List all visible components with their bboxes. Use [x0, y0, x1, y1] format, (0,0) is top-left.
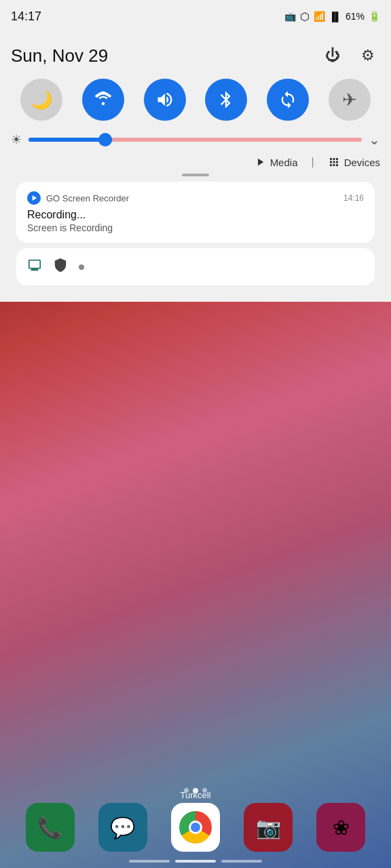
- brightness-slider[interactable]: [29, 138, 362, 142]
- dock-app-phone[interactable]: 📞: [26, 803, 75, 852]
- devices-button[interactable]: Devices: [328, 156, 380, 168]
- toggle-sync[interactable]: [267, 79, 309, 121]
- brightness-row: ☀ ⌄: [11, 132, 380, 148]
- notification-body: Screen is Recording: [27, 222, 364, 233]
- home-indicators: [0, 860, 391, 863]
- status-bar: 14:17 📺 ⬡ 📶 ▐▌ 61% 🔋: [0, 0, 391, 33]
- signal-icon: ▐▌: [329, 12, 341, 22]
- media-divider: |: [311, 156, 314, 168]
- carrier-label: Turkcell: [0, 790, 391, 800]
- toggle-do-not-disturb[interactable]: 🌙: [20, 79, 62, 121]
- toggle-wifi[interactable]: [82, 79, 124, 121]
- home-bar-center: [175, 860, 216, 863]
- shade-handle: [182, 174, 209, 176]
- date-controls: ⏻ ⚙: [320, 43, 380, 68]
- monitor-icon: [27, 258, 42, 276]
- brightness-icon: ☀: [11, 132, 22, 147]
- dock-app-chrome[interactable]: [171, 803, 220, 852]
- app-dock: 📞 💬 📷 ❀: [0, 803, 391, 852]
- battery-percent: 61%: [346, 11, 365, 22]
- quick-toggles-row: 🌙 ✈: [11, 79, 380, 121]
- system-icons-card: [16, 248, 375, 285]
- system-dot: [79, 264, 84, 270]
- media-button[interactable]: Media: [254, 156, 298, 168]
- dock-app-messages[interactable]: 💬: [98, 803, 147, 852]
- cast-icon: 📺: [284, 11, 296, 22]
- notification-time: 14:16: [343, 193, 364, 203]
- dock-app-flower[interactable]: ❀: [316, 803, 365, 852]
- battery-icon: 🔋: [369, 11, 380, 22]
- status-time: 14:17: [11, 9, 41, 24]
- status-icons: 📺 ⬡ 📶 ▐▌ 61% 🔋: [284, 10, 380, 23]
- date-display: Sun, Nov 29: [11, 45, 108, 66]
- notification-title: Recording...: [27, 209, 364, 221]
- wifi-icon: 📶: [314, 11, 325, 22]
- power-button[interactable]: ⏻: [320, 43, 345, 68]
- date-row: Sun, Nov 29 ⏻ ⚙: [11, 38, 380, 79]
- notification-shade: 14:17 📺 ⬡ 📶 ▐▌ 61% 🔋 Sun, Nov 29 ⏻ ⚙ 🌙: [0, 0, 391, 302]
- brightness-expand-icon[interactable]: ⌄: [369, 132, 380, 148]
- notification-app-icon: [27, 191, 41, 205]
- quick-settings-panel: Sun, Nov 29 ⏻ ⚙ 🌙: [0, 33, 391, 302]
- devices-label: Devices: [344, 157, 380, 168]
- notification-header: GO Screen Recorder 14:16: [27, 191, 364, 205]
- home-bar-left: [129, 860, 170, 863]
- toggle-bluetooth[interactable]: [205, 79, 247, 121]
- media-label: Media: [270, 157, 298, 168]
- notification-card-go-recorder[interactable]: GO Screen Recorder 14:16 Recording... Sc…: [16, 182, 375, 243]
- shield-icon: [53, 258, 68, 276]
- settings-button[interactable]: ⚙: [356, 43, 380, 68]
- brightness-thumb: [98, 133, 112, 146]
- bluetooth-icon: ⬡: [300, 10, 310, 23]
- media-devices-row: Media | Devices: [11, 156, 380, 168]
- dock-app-camera[interactable]: 📷: [244, 803, 293, 852]
- home-bar-right: [221, 860, 262, 863]
- notification-app-name: GO Screen Recorder: [46, 193, 129, 203]
- toggle-sound[interactable]: [144, 79, 186, 121]
- toggle-airplane[interactable]: ✈: [329, 79, 371, 121]
